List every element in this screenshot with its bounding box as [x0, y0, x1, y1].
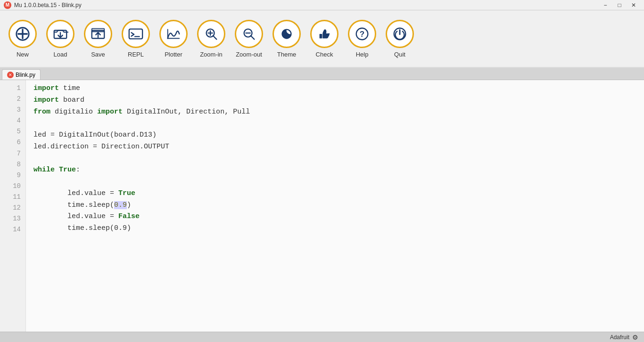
- zoom-in-icon: [197, 20, 225, 48]
- help-icon-svg: ?: [354, 26, 370, 42]
- svg-line-11: [213, 35, 217, 39]
- new-icon: [8, 20, 37, 48]
- new-icon-svg: [15, 26, 31, 42]
- code-editor[interactable]: import time import board from digitalio …: [26, 80, 644, 332]
- app-icon: M: [4, 1, 11, 9]
- statusbar: Adafruit ⚙: [0, 332, 644, 342]
- svg-text:?: ?: [360, 29, 364, 38]
- toolbar-help-button[interactable]: ? Help: [344, 15, 380, 62]
- repl-label: REPL: [128, 51, 144, 58]
- svg-line-15: [251, 35, 255, 39]
- editor: 1 2 3 4 5 6 7 8 9 10 11 12 13 14 import …: [0, 80, 644, 332]
- help-label: Help: [356, 51, 369, 58]
- toolbar-quit-button[interactable]: Quit: [382, 15, 418, 62]
- repl-icon-svg: [128, 26, 144, 42]
- quit-icon-svg: [392, 26, 408, 42]
- titlebar-title: M Mu 1.0.0.beta.15 - Blink.py: [4, 1, 82, 9]
- theme-label: Theme: [277, 51, 296, 58]
- tabbar: ✕ Blink.py: [0, 68, 644, 80]
- quit-label: Quit: [394, 51, 405, 58]
- load-icon-svg: [52, 26, 68, 42]
- quit-icon: [386, 20, 414, 48]
- tab-label: Blink.py: [16, 72, 35, 78]
- file-tab[interactable]: ✕ Blink.py: [2, 69, 41, 80]
- repl-icon: [122, 20, 150, 48]
- load-label: Load: [54, 51, 67, 58]
- plotter-label: Plotter: [165, 51, 182, 58]
- svg-rect-18: [320, 34, 322, 38]
- save-icon: [84, 20, 112, 48]
- zoomin-label: Zoom-in: [200, 51, 223, 58]
- zoomout-label: Zoom-out: [236, 51, 262, 58]
- window-title: Mu 1.0.0.beta.15 - Blink.py: [14, 2, 82, 8]
- maximize-button[interactable]: □: [613, 1, 626, 9]
- toolbar-repl-button[interactable]: REPL: [118, 15, 154, 62]
- tab-close-icon[interactable]: ✕: [7, 72, 14, 78]
- line-numbers: 1 2 3 4 5 6 7 8 9 10 11 12 13 14: [0, 80, 26, 332]
- minimize-button[interactable]: −: [599, 1, 612, 9]
- theme-icon-svg: [279, 26, 295, 42]
- check-label: Check: [316, 51, 333, 58]
- toolbar-save-button[interactable]: Save: [80, 15, 116, 62]
- save-label: Save: [91, 51, 105, 58]
- zoom-out-icon-svg: [241, 26, 257, 42]
- gear-icon[interactable]: ⚙: [632, 334, 638, 341]
- zoom-in-icon-svg: [203, 26, 219, 42]
- save-icon-svg: [90, 26, 106, 42]
- titlebar: M Mu 1.0.0.beta.15 - Blink.py − □ ✕: [0, 0, 644, 10]
- svg-rect-6: [129, 29, 142, 39]
- toolbar-load-button[interactable]: Load: [42, 15, 78, 62]
- plotter-icon-svg: [165, 26, 182, 42]
- statusbar-label: Adafruit: [610, 334, 629, 341]
- titlebar-controls: − □ ✕: [599, 1, 640, 9]
- new-label: New: [17, 51, 29, 58]
- toolbar-plotter-button[interactable]: Plotter: [156, 15, 191, 62]
- plotter-icon: [159, 20, 188, 48]
- check-icon-svg: [316, 26, 332, 42]
- help-icon: ?: [348, 20, 376, 48]
- load-icon: [46, 20, 74, 48]
- check-icon: [310, 20, 339, 48]
- toolbar-new-button[interactable]: New: [5, 15, 41, 62]
- toolbar-zoomout-button[interactable]: Zoom-out: [231, 15, 267, 62]
- toolbar-zoomin-button[interactable]: Zoom-in: [193, 15, 229, 62]
- zoom-out-icon: [235, 20, 263, 48]
- toolbar-theme-button[interactable]: Theme: [269, 15, 305, 62]
- toolbar: New Load Save: [0, 10, 644, 68]
- toolbar-check-button[interactable]: Check: [306, 15, 342, 62]
- close-button[interactable]: ✕: [627, 1, 640, 9]
- theme-icon: [272, 20, 301, 48]
